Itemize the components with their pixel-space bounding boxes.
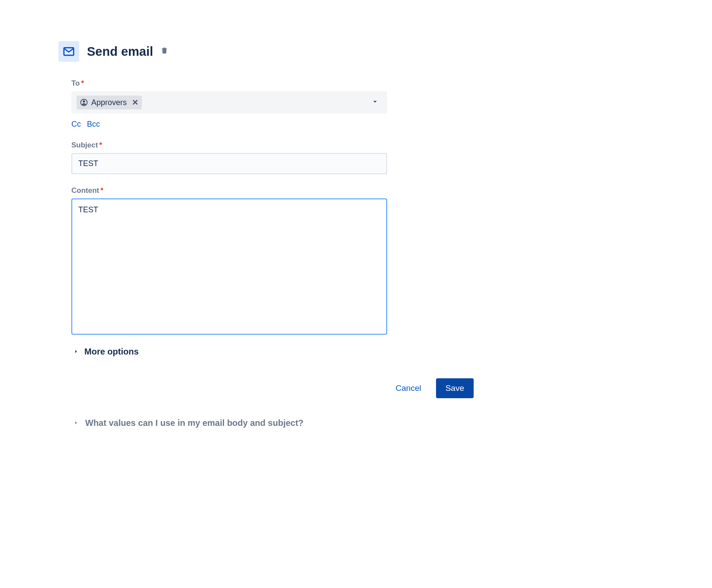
required-star-icon: * [81, 79, 84, 88]
cc-link[interactable]: Cc [71, 120, 81, 129]
to-chip-label: Approvers [91, 98, 127, 107]
chevron-right-icon [73, 418, 79, 428]
subject-label-text: Subject [71, 141, 98, 150]
content-label: Content * [71, 186, 387, 195]
subject-input[interactable] [71, 153, 387, 174]
content-label-text: Content [71, 186, 99, 195]
required-star-icon: * [100, 186, 103, 195]
bcc-link[interactable]: Bcc [87, 120, 100, 129]
to-chip: Approvers ✕ [77, 96, 142, 109]
page-title: Send email [87, 45, 153, 59]
panel-header: Send email [58, 41, 654, 62]
content-textarea[interactable] [71, 198, 387, 335]
to-label-text: To [71, 79, 80, 88]
required-star-icon: * [99, 141, 102, 150]
svg-point-2 [83, 100, 85, 102]
to-select[interactable]: Approvers ✕ [71, 91, 387, 114]
subject-label: Subject * [71, 141, 387, 150]
person-icon [80, 99, 88, 106]
help-values-toggle[interactable]: What values can I use in my email body a… [58, 418, 654, 428]
help-values-label: What values can I use in my email body a… [85, 418, 304, 428]
to-label: To * [71, 79, 387, 88]
delete-icon[interactable] [160, 46, 169, 57]
more-options-toggle[interactable]: More options [71, 347, 387, 357]
chevron-down-icon[interactable] [371, 97, 382, 108]
chip-remove-icon[interactable]: ✕ [132, 98, 138, 107]
more-options-label: More options [84, 347, 139, 357]
save-button[interactable]: Save [436, 378, 474, 398]
mail-icon [58, 41, 79, 62]
cancel-button[interactable]: Cancel [389, 378, 428, 398]
chevron-right-icon [73, 347, 79, 357]
